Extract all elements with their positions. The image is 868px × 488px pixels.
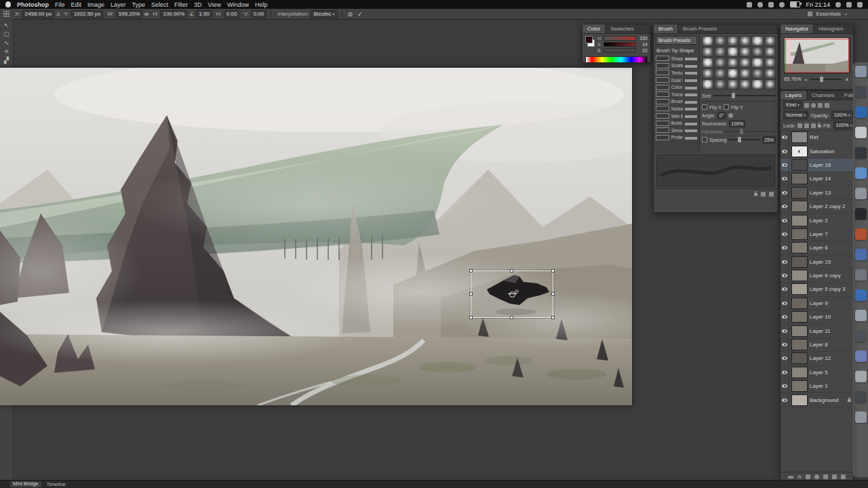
lock-pixels-icon[interactable]: [804, 123, 809, 128]
bluetooth-icon[interactable]: [757, 2, 763, 7]
brush-tip-thumbnail[interactable]: [764, 79, 776, 89]
layer-thumbnail[interactable]: [791, 367, 808, 378]
layer-visibility-toggle[interactable]: [781, 131, 789, 144]
dock-icon[interactable]: [855, 371, 867, 382]
layer-thumbnail[interactable]: [791, 187, 808, 199]
layer-visibility-toggle[interactable]: [781, 159, 789, 171]
layer-thumbnail[interactable]: [791, 311, 808, 323]
brush-tip-thumbnail[interactable]: [702, 36, 713, 46]
checkbox[interactable]: [656, 121, 669, 126]
brush-option-row[interactable]: Scattering: [654, 62, 699, 70]
size-slider[interactable]: [713, 95, 776, 96]
cancel-transform-button[interactable]: ⊘: [347, 11, 355, 18]
brush-tip-thumbnail[interactable]: [751, 79, 763, 89]
menubar-clock[interactable]: Fri 21:14: [806, 1, 830, 8]
flip-x-checkbox[interactable]: [702, 104, 707, 110]
v-skew-field[interactable]: 0.00: [251, 10, 267, 18]
panel-layout-icon[interactable]: [808, 12, 812, 16]
panel-tab[interactable]: Navigator: [781, 24, 814, 33]
navigator-view-box[interactable]: [785, 39, 849, 73]
layer-thumbnail[interactable]: [791, 131, 808, 143]
lock-icon[interactable]: [685, 137, 697, 140]
layer-visibility-toggle[interactable]: [781, 310, 789, 323]
delete-layer-icon[interactable]: [841, 474, 846, 479]
menu-item[interactable]: Select: [151, 1, 168, 8]
height-field[interactable]: 100.00%: [160, 10, 187, 18]
spotlight-icon[interactable]: [846, 2, 852, 7]
brush-tip-thumbnail[interactable]: [764, 47, 776, 57]
transform-handle-nw[interactable]: [469, 269, 473, 272]
dock-icon[interactable]: [855, 127, 867, 138]
h-skew-field[interactable]: 0.00: [224, 10, 240, 18]
panel-color-swatches[interactable]: [585, 36, 595, 47]
add-layer-mask-icon[interactable]: [806, 474, 810, 479]
brush-tip-thumbnail[interactable]: [751, 47, 763, 57]
color-spectrum-ramp[interactable]: [585, 56, 648, 63]
menu-item[interactable]: View: [208, 1, 221, 8]
navigator-zoom-slider[interactable]: [810, 79, 842, 80]
layer-visibility-toggle[interactable]: [781, 283, 789, 296]
panel-tab[interactable]: Brush Presets: [678, 24, 722, 33]
menu-item[interactable]: Edit: [71, 1, 82, 8]
dock-icon[interactable]: [855, 86, 867, 98]
lock-icon[interactable]: [685, 58, 697, 60]
layer-visibility-toggle[interactable]: [781, 393, 789, 406]
layer-visibility-toggle[interactable]: [781, 200, 789, 213]
brush-tip-thumbnail[interactable]: [714, 58, 726, 68]
brush-option-row[interactable]: Noise: [654, 105, 699, 113]
fill-field[interactable]: 100%▾: [833, 121, 854, 129]
layer-row[interactable]: Layer 15: [781, 256, 853, 269]
brush-tip-thumbnail[interactable]: [714, 79, 726, 89]
panel-tab[interactable]: Swatches: [606, 24, 639, 33]
brush-tip-thumbnail[interactable]: [727, 58, 738, 68]
brush-tip-thumbnail[interactable]: [739, 36, 751, 46]
layer-row[interactable]: Layer 14: [781, 172, 853, 186]
brush-tip-thumbnail[interactable]: [714, 68, 726, 79]
layer-row[interactable]: Layer 6 copy: [781, 269, 853, 283]
notification-center-icon[interactable]: [857, 2, 863, 7]
layer-visibility-toggle[interactable]: [781, 144, 789, 157]
brush-tip-thumbnail[interactable]: [751, 68, 763, 79]
spacing-slider[interactable]: [728, 139, 760, 140]
dock-icon[interactable]: [855, 208, 867, 220]
layer-visibility-toggle[interactable]: [781, 380, 789, 392]
layer-visibility-toggle[interactable]: [781, 297, 789, 310]
panel-tab[interactable]: Paths: [840, 91, 854, 100]
layer-visibility-toggle[interactable]: [781, 256, 789, 268]
apple-menu-icon[interactable]: [5, 1, 11, 7]
brush-tip-thumbnail[interactable]: [739, 79, 751, 89]
link-layers-icon[interactable]: [788, 476, 793, 479]
width-field[interactable]: 595.20%: [116, 10, 143, 18]
brush-option-row[interactable]: Texture: [654, 69, 699, 77]
brush-tip-thumbnail[interactable]: [727, 79, 738, 89]
angle-roundness-widget[interactable]: [728, 113, 733, 118]
spacing-field[interactable]: 25%: [762, 136, 776, 144]
angle-field[interactable]: 0°: [717, 112, 726, 119]
dock-icon[interactable]: [855, 269, 867, 281]
brush-tip-thumbnail[interactable]: [702, 47, 713, 57]
layer-visibility-toggle[interactable]: [781, 352, 789, 365]
transform-handle-sw[interactable]: [469, 316, 473, 319]
color-slider[interactable]: [604, 42, 636, 47]
checkbox[interactable]: [656, 85, 669, 90]
hardness-slider[interactable]: [724, 131, 776, 132]
layer-row[interactable]: Layer 5: [781, 366, 853, 380]
panel-tab[interactable]: Layers: [781, 91, 807, 100]
brush-option-row[interactable]: Brush Pose: [654, 98, 699, 106]
tool-button[interactable]: ∿: [1, 39, 12, 47]
mini-bridge-button[interactable]: Mini Bridge: [9, 481, 42, 488]
layer-thumbnail[interactable]: [791, 270, 808, 281]
brush-tip-thumbnail[interactable]: [764, 68, 776, 79]
filter-adjustment-layers-icon[interactable]: [811, 103, 816, 108]
brush-tip-thumbnail[interactable]: [714, 36, 726, 46]
checkbox[interactable]: [656, 92, 669, 97]
dock-icon[interactable]: [855, 167, 867, 179]
brush-option-row[interactable]: Transfer: [654, 91, 699, 98]
brush-option-row[interactable]: Color Dynamics: [654, 83, 699, 91]
layer-thumbnail[interactable]: ◐: [791, 146, 808, 157]
new-brush-icon[interactable]: [761, 192, 766, 197]
link-dimensions-icon[interactable]: [144, 13, 149, 16]
rotation-field[interactable]: 1.00: [196, 10, 212, 18]
transform-handle-n[interactable]: [510, 269, 513, 272]
checkbox[interactable]: [656, 56, 669, 61]
